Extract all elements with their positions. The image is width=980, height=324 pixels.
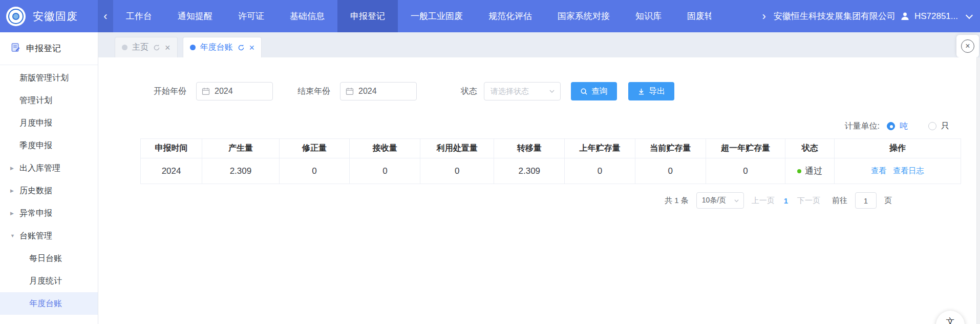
sidebar-item-management-plan[interactable]: 管理计划 — [0, 89, 98, 112]
search-icon — [580, 88, 588, 95]
cell-utilized: 0 — [420, 158, 494, 184]
nav-item-waste-transfer[interactable]: 固废转 — [674, 0, 711, 32]
nav-item-national-system[interactable]: 国家系统对接 — [545, 0, 623, 32]
sidebar-item-new-management-plan[interactable]: 新版管理计划 — [0, 67, 98, 89]
nav-item-license[interactable]: 许可证 — [225, 0, 277, 32]
close-icon[interactable]: × — [165, 43, 171, 52]
refresh-icon[interactable] — [238, 44, 245, 51]
end-year-label: 结束年份 — [297, 86, 330, 97]
sidebar-item-historical-data[interactable]: ▶历史数据 — [0, 179, 98, 202]
column-header: 转移量 — [494, 139, 565, 158]
table-header-row: 申报时间 产生量 修正量 接收量 利用处置量 转移量 上年贮存量 当前贮存量 超… — [141, 139, 961, 158]
declaration-doc-icon — [11, 43, 20, 55]
chevron-left-icon: ‹ — [103, 10, 107, 23]
sidebar-item-monthly-statistics[interactable]: 月度统计 — [0, 270, 98, 292]
nav-item-basic-info[interactable]: 基础信息 — [277, 0, 337, 32]
cell-transferred: 2.309 — [494, 158, 565, 184]
radio-selected-icon — [887, 122, 895, 130]
cell-declare-time: 2024 — [141, 158, 202, 184]
tab-status-dot — [122, 45, 127, 50]
radio-unselected-icon — [928, 122, 936, 130]
nav-item-knowledge-base[interactable]: 知识库 — [623, 0, 674, 32]
user-id: HS72851... — [914, 11, 958, 22]
tab-label: 主页 — [132, 42, 148, 53]
download-icon — [637, 88, 645, 95]
cell-prev-year-storage: 0 — [565, 158, 635, 184]
translate-icon: 文 — [946, 316, 955, 324]
refresh-icon[interactable] — [153, 44, 160, 51]
column-header: 修正量 — [279, 139, 350, 158]
nav-item-declaration[interactable]: 申报登记 — [337, 0, 398, 32]
sidebar-item-daily-ledger[interactable]: 每日台账 — [0, 247, 98, 270]
annual-ledger-table: 申报时间 产生量 修正量 接收量 利用处置量 转移量 上年贮存量 当前贮存量 超… — [140, 138, 961, 184]
column-header: 超一年贮存量 — [706, 139, 785, 158]
sidebar-item-inout-warehouse[interactable]: ▶出入库管理 — [0, 157, 98, 179]
sidebar-item-monthly-declaration[interactable]: 月度申报 — [0, 112, 98, 134]
nav-item-workbench[interactable]: 工作台 — [113, 0, 165, 32]
status-dot-green — [797, 169, 801, 173]
caret-collapsed-icon: ▶ — [10, 211, 14, 216]
column-header: 产生量 — [202, 139, 280, 158]
scrollbar-track[interactable] — [976, 57, 980, 324]
column-header: 当前贮存量 — [635, 139, 706, 158]
current-page[interactable]: 1 — [782, 196, 790, 205]
company-name: 安徽恒生科技发展集团有限公司 — [774, 10, 896, 22]
nav-item-general-industrial-waste[interactable]: 一般工业固废 — [398, 0, 476, 32]
main-menu: 工作台 通知提醒 许可证 基础信息 申报登记 一般工业固废 规范化评估 国家系统… — [113, 0, 711, 32]
cell-status: 通过 — [785, 158, 835, 184]
column-header: 利用处置量 — [420, 139, 494, 158]
start-year-input[interactable]: 2024 — [196, 82, 273, 100]
sidebar-menu: 新版管理计划 管理计划 月度申报 季度申报 ▶出入库管理 ▶历史数据 ▶异常申报… — [0, 65, 98, 315]
search-button[interactable]: 查询 — [571, 82, 617, 100]
close-all-tabs-button[interactable]: × — [956, 35, 979, 57]
next-page-button[interactable]: 下一页 — [797, 196, 820, 206]
chevron-down-icon — [734, 198, 739, 204]
chevron-down-icon[interactable] — [966, 11, 973, 18]
total-count: 共 1 条 — [665, 196, 689, 206]
sidebar-item-quarterly-declaration[interactable]: 季度申报 — [0, 134, 98, 157]
status-placeholder: 请选择状态 — [491, 87, 529, 96]
tab-home[interactable]: 主页 × — [115, 37, 178, 57]
close-icon[interactable]: × — [249, 43, 255, 52]
tab-annual-ledger[interactable]: 年度台账 × — [183, 37, 262, 57]
sidebar-item-abnormal-declaration[interactable]: ▶异常申报 — [0, 202, 98, 225]
chevron-down-icon — [549, 88, 555, 94]
goto-page-input[interactable] — [855, 192, 877, 209]
nav-overflow-right-icon[interactable]: › — [762, 10, 766, 23]
unit-selector-row: 计量单位: 吨 只 — [98, 120, 980, 132]
nav-item-notifications[interactable]: 通知提醒 — [165, 0, 225, 32]
start-year-value: 2024 — [215, 87, 233, 96]
column-header: 上年贮存量 — [565, 139, 635, 158]
sidebar-collapse-button[interactable]: ‹ — [98, 0, 113, 32]
calendar-icon — [346, 87, 354, 95]
column-header: 状态 — [785, 139, 835, 158]
navbar-right: › 安徽恒生科技发展集团有限公司 HS72851... — [762, 0, 980, 32]
sidebar: 申报登记 新版管理计划 管理计划 月度申报 季度申报 ▶出入库管理 ▶历史数据 … — [0, 32, 98, 324]
nav-item-standardization-assessment[interactable]: 规范化评估 — [476, 0, 545, 32]
tab-label: 年度台账 — [200, 42, 233, 53]
unit-label: 计量单位: — [845, 121, 880, 132]
page-size-select[interactable]: 10条/页 — [696, 192, 744, 209]
column-header: 操作 — [835, 139, 961, 158]
status-select[interactable]: 请选择状态 — [484, 82, 561, 100]
sidebar-item-annual-ledger[interactable]: 年度台账 — [0, 292, 98, 315]
caret-collapsed-icon: ▶ — [10, 166, 14, 171]
export-button[interactable]: 导出 — [628, 82, 674, 100]
sidebar-title: 申报登记 — [26, 43, 61, 54]
table-row: 2024 2.309 0 0 0 2.309 0 0 0 通过 查看 — [141, 158, 961, 184]
sidebar-item-ledger-management[interactable]: ▼台账管理 — [0, 225, 98, 247]
view-log-link[interactable]: 查看日志 — [893, 166, 924, 176]
user-icon — [900, 11, 910, 21]
column-header: 接收量 — [350, 139, 420, 158]
end-year-input[interactable]: 2024 — [340, 82, 417, 100]
calendar-icon — [202, 87, 210, 95]
cell-over-one-year-storage: 0 — [706, 158, 785, 184]
cell-received: 0 — [350, 158, 420, 184]
unit-radio-piece[interactable]: 只 — [928, 121, 949, 132]
cell-corrected: 0 — [279, 158, 350, 184]
caret-collapsed-icon: ▶ — [10, 188, 14, 193]
view-link[interactable]: 查看 — [871, 166, 887, 176]
brand: 安徽固废 — [0, 0, 98, 32]
prev-page-button[interactable]: 上一页 — [752, 196, 775, 206]
unit-radio-ton[interactable]: 吨 — [887, 121, 908, 132]
